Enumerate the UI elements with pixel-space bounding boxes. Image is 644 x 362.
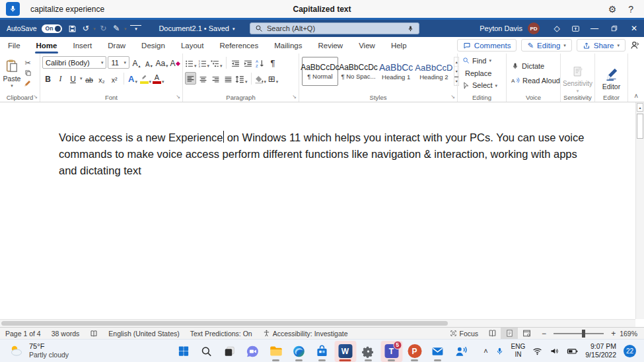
zoom-slider-thumb[interactable] xyxy=(582,330,585,338)
save-button[interactable] xyxy=(67,22,78,35)
align-center-button[interactable] xyxy=(197,72,209,85)
font-size-select[interactable]: 11 ▾ xyxy=(108,56,129,69)
tab-home[interactable]: Home xyxy=(28,37,65,54)
bold-button[interactable]: B xyxy=(42,72,54,85)
notification-count-badge[interactable]: 22 xyxy=(624,345,636,357)
microsoft-store-button[interactable] xyxy=(311,341,333,362)
underline-button[interactable]: U xyxy=(67,72,79,85)
editing-mode-button[interactable]: ✎ Editing ▾ xyxy=(521,39,571,52)
user-name[interactable]: Peyton Davis xyxy=(480,24,522,32)
zoom-out-button[interactable]: − xyxy=(535,329,549,338)
vertical-scroll-thumb[interactable] xyxy=(637,114,643,139)
document-canvas[interactable]: Voice access is a new Experience on Wind… xyxy=(0,102,644,327)
search-input[interactable] xyxy=(267,24,403,32)
italic-button[interactable]: I xyxy=(55,72,66,85)
customize-quick-access-button[interactable]: ▾ xyxy=(130,25,141,32)
presence-person-icon[interactable] xyxy=(630,40,640,50)
speaker-icon[interactable] xyxy=(550,346,559,356)
voice-help-icon[interactable]: ? xyxy=(628,4,633,15)
paste-button[interactable]: Paste ▾ xyxy=(0,55,24,91)
read-aloud-button[interactable]: A Read Aloud xyxy=(507,75,560,87)
cut-button[interactable]: ✂ xyxy=(24,59,30,67)
task-view-button[interactable] xyxy=(219,341,240,362)
tab-draw[interactable]: Draw xyxy=(100,37,133,54)
file-explorer-button[interactable] xyxy=(265,341,287,362)
select-button[interactable]: Select ▾ xyxy=(458,79,506,91)
find-button[interactable]: Find ▾ xyxy=(458,55,506,67)
superscript-button[interactable]: x² xyxy=(109,72,120,85)
borders-button[interactable]: ⊞ ▾ xyxy=(268,72,279,85)
user-avatar[interactable]: PD xyxy=(528,22,540,34)
collapse-ribbon-button[interactable]: ˄ xyxy=(634,92,638,100)
chat-button[interactable] xyxy=(242,341,264,362)
read-mode-button[interactable] xyxy=(483,328,501,339)
share-button[interactable]: Share ▾ xyxy=(577,39,626,52)
web-layout-button[interactable] xyxy=(518,328,535,339)
teams-button[interactable]: T 5 xyxy=(380,341,402,362)
vertical-scrollbar[interactable]: ▴ xyxy=(635,102,644,319)
minimize-button[interactable]: — xyxy=(585,20,604,37)
tab-design[interactable]: Design xyxy=(133,37,173,54)
comments-button[interactable]: Comments xyxy=(457,39,517,52)
autosave-toggle[interactable]: On xyxy=(42,24,63,33)
undo-chevron-icon[interactable]: ▾ xyxy=(93,26,96,31)
undo-button[interactable]: ↺ xyxy=(80,22,91,35)
grow-font-button[interactable]: A▴ xyxy=(131,56,142,69)
tray-microphone-icon[interactable] xyxy=(495,347,504,355)
voice-access-person-button[interactable] xyxy=(450,341,472,362)
language-switcher[interactable]: ENG IN xyxy=(511,343,526,359)
accessibility-status[interactable]: Accessibility: Investigate xyxy=(258,328,353,339)
shading-button[interactable]: ▾ xyxy=(255,72,267,85)
weather-widget[interactable]: 75°F Partly cloudy xyxy=(0,342,69,360)
language-status[interactable]: English (United States) xyxy=(103,328,184,339)
tab-review[interactable]: Review xyxy=(310,37,351,54)
redo-button[interactable]: ↻ xyxy=(98,22,109,35)
mail-button[interactable] xyxy=(427,341,448,362)
bullets-button[interactable]: ▾ xyxy=(185,56,197,69)
style-normal[interactable]: AaBbCcDc ¶ Normal xyxy=(302,57,338,86)
ribbon-display-options-button[interactable] xyxy=(566,20,585,37)
horizontal-scrollbar[interactable] xyxy=(0,319,635,327)
battery-icon[interactable] xyxy=(567,345,578,357)
style-heading-1[interactable]: AaBbCc Heading 1 xyxy=(378,57,413,86)
taskbar-search-button[interactable] xyxy=(196,341,217,362)
zoom-slider[interactable] xyxy=(554,333,604,334)
edge-button[interactable] xyxy=(288,341,310,362)
font-dialog-launcher[interactable]: ↘ xyxy=(176,94,180,100)
shrink-font-button[interactable]: A▾ xyxy=(143,56,155,69)
highlight-button[interactable]: ▾ xyxy=(140,72,152,85)
voice-settings-gear-icon[interactable]: ⚙ xyxy=(608,4,617,15)
tab-layout[interactable]: Layout xyxy=(173,37,212,54)
numbering-button[interactable]: 123 ▾ xyxy=(198,56,210,69)
ink-tool-button[interactable]: ✎ xyxy=(111,22,122,35)
ink-tool-chevron-icon[interactable]: ▾ xyxy=(124,26,127,31)
clock[interactable]: 9:07 PM 9/15/2022 xyxy=(585,342,616,359)
multilevel-list-button[interactable]: ▾ xyxy=(211,56,223,69)
word-taskbar-button[interactable]: W xyxy=(334,341,356,362)
format-painter-button[interactable] xyxy=(24,79,32,87)
tab-help[interactable]: Help xyxy=(383,37,415,54)
horizontal-scroll-thumb[interactable] xyxy=(1,321,448,326)
start-button[interactable] xyxy=(172,341,194,362)
tab-mailings[interactable]: Mailings xyxy=(266,37,310,54)
dictate-button[interactable]: Dictate xyxy=(507,60,560,72)
font-name-select[interactable]: Calibri (Body) ▾ xyxy=(42,56,106,69)
tab-insert[interactable]: Insert xyxy=(65,37,100,54)
search-box[interactable] xyxy=(250,22,419,34)
scroll-up-button[interactable]: ▴ xyxy=(637,103,643,112)
clipboard-dialog-launcher[interactable]: ↘ xyxy=(33,94,38,100)
clear-formatting-button[interactable]: A xyxy=(169,56,180,69)
increase-indent-button[interactable] xyxy=(242,56,254,69)
premium-diamond-icon[interactable]: ◇ xyxy=(548,20,566,37)
tab-references[interactable]: References xyxy=(211,37,266,54)
style-heading-2[interactable]: AaBbCcD Heading 2 xyxy=(415,57,452,86)
close-button[interactable]: ✕ xyxy=(624,20,644,37)
replace-button[interactable]: Replace xyxy=(458,67,506,79)
align-right-button[interactable] xyxy=(210,72,221,85)
show-hide-formatting-button[interactable]: ¶ xyxy=(268,56,279,69)
search-voice-microphone-icon[interactable] xyxy=(407,25,414,32)
text-predictions-status[interactable]: Text Predictions: On xyxy=(185,328,258,339)
wifi-icon[interactable] xyxy=(532,346,542,356)
print-layout-button[interactable] xyxy=(501,328,518,339)
style-no-spacing[interactable]: AaBbCcDc ¶ No Spac... xyxy=(340,57,376,86)
